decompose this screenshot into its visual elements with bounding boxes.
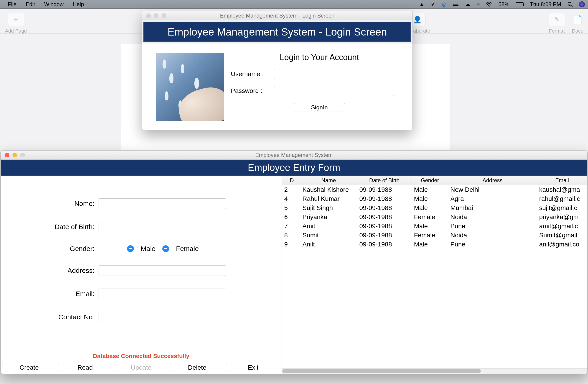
- ems-banner: Employee Entry Form: [1, 160, 587, 176]
- table-row[interactable]: 5Sujit Singh09-09-1988MaleMumbaisujit@gm…: [282, 203, 587, 212]
- shield-icon[interactable]: ✔: [428, 1, 439, 7]
- cell-gender: Male: [412, 203, 448, 212]
- cell-email: priyanka@gm: [537, 212, 587, 222]
- menu-edit[interactable]: Edit: [21, 1, 40, 7]
- email-input[interactable]: [99, 289, 226, 299]
- cell-dob: 09-09-1988: [357, 212, 412, 222]
- cell-address: Pune: [448, 240, 537, 249]
- cell-id: 6: [282, 212, 300, 222]
- cell-id: 4: [282, 194, 300, 203]
- format-label: Format: [549, 28, 565, 34]
- col-address[interactable]: Address: [448, 176, 537, 185]
- cell-email: Sumit@gmail.: [537, 231, 587, 240]
- menu-file[interactable]: File: [3, 1, 21, 7]
- name-input[interactable]: [99, 198, 226, 209]
- col-gender[interactable]: Gender: [412, 176, 448, 185]
- cell-id: 7: [282, 222, 300, 231]
- contact-input[interactable]: [99, 312, 226, 322]
- svg-point-0: [489, 6, 490, 7]
- cell-email: amit@gmail.c: [537, 222, 587, 231]
- add-page-button[interactable]: +: [8, 13, 24, 26]
- battery-icon[interactable]: [513, 2, 527, 6]
- cell-email: anil@gmail.co: [537, 240, 587, 249]
- document-label: Docu: [572, 28, 584, 34]
- cell-name: Sumit: [300, 231, 357, 240]
- cell-dob: 09-09-1988: [357, 185, 412, 195]
- cell-gender: Female: [412, 212, 448, 222]
- cell-name: Amit: [300, 222, 357, 231]
- ems-window: Employee Management System Employee Entr…: [0, 150, 588, 374]
- dob-input[interactable]: [99, 222, 226, 232]
- table-row[interactable]: 6Priyanka09-09-1988FemaleNoidapriyanka@g…: [282, 212, 587, 222]
- cell-address: Pune: [448, 222, 537, 231]
- table-row[interactable]: 7Amit09-09-1988MalePuneamit@gmail.c: [282, 222, 587, 231]
- ems-window-title: Employee Management System: [1, 152, 587, 158]
- update-button[interactable]: Update: [114, 363, 168, 372]
- cell-id: 9: [282, 240, 300, 249]
- vlc-icon[interactable]: ▲: [416, 1, 428, 7]
- exit-button[interactable]: Exit: [226, 363, 280, 372]
- email-label: Email:: [1, 290, 99, 298]
- cell-gender: Male: [412, 194, 448, 203]
- login-window: Employee Management System - Login Scree…: [142, 11, 413, 130]
- wifi-icon[interactable]: [483, 2, 495, 7]
- col-email[interactable]: Email: [537, 176, 587, 185]
- gender-label: Gender:: [1, 245, 99, 253]
- read-button[interactable]: Read: [58, 363, 112, 372]
- cell-address: New Delhi: [448, 185, 537, 195]
- cell-dob: 09-09-1988: [357, 222, 412, 231]
- cell-name: Priyanka: [300, 212, 357, 222]
- table-row[interactable]: 2Kaushal Kishore09-09-1988MaleNew Delhik…: [282, 185, 587, 195]
- table-row[interactable]: 9Anilt09-09-1988MalePuneanil@gmail.co: [282, 240, 587, 249]
- col-dob[interactable]: Date of Birth: [357, 176, 412, 185]
- female-label: Female: [176, 245, 199, 253]
- cell-id: 2: [282, 185, 300, 195]
- cell-gender: Male: [412, 240, 448, 249]
- col-name[interactable]: Name: [300, 176, 357, 185]
- bluetooth-icon[interactable]: ⌖: [474, 1, 483, 7]
- cell-gender: Female: [412, 231, 448, 240]
- teamviewer-icon[interactable]: ◎: [439, 1, 450, 7]
- address-label: Address:: [1, 267, 99, 274]
- login-banner: Employee Management System - Login Scree…: [143, 22, 411, 42]
- col-id[interactable]: ID: [282, 176, 300, 185]
- password-input[interactable]: [274, 86, 394, 96]
- cell-email: rahul@gmail.c: [537, 194, 587, 203]
- employee-table[interactable]: ID Name Date of Birth Gender Address Ema…: [282, 176, 587, 249]
- spotlight-icon[interactable]: [564, 2, 576, 7]
- table-row[interactable]: 8Sumit09-09-1988FemaleNoidaSumit@gmail.: [282, 231, 587, 240]
- cell-gender: Male: [412, 222, 448, 231]
- cell-name: Anilt: [300, 240, 357, 249]
- male-label: Male: [141, 245, 155, 253]
- cell-email: sujit@gmail.c: [537, 203, 587, 212]
- document-button[interactable]: 📄: [573, 13, 582, 26]
- docker-icon[interactable]: ▬: [450, 1, 462, 7]
- menubar-clock[interactable]: Thu 8:08 PM: [527, 1, 564, 7]
- status-message: Database Connected Successfully: [1, 352, 282, 362]
- address-input[interactable]: [99, 265, 226, 276]
- cell-dob: 09-09-1988: [357, 194, 412, 203]
- password-label: Password :: [231, 87, 274, 94]
- horizontal-scrollbar[interactable]: [282, 368, 587, 374]
- signin-button[interactable]: SignIn: [294, 103, 345, 112]
- cell-name: Rahul Kumar: [300, 194, 357, 203]
- radio-male[interactable]: [127, 245, 134, 252]
- delete-button[interactable]: Delete: [170, 363, 224, 372]
- cell-gender: Male: [412, 185, 448, 195]
- siri-icon[interactable]: [576, 1, 588, 7]
- add-page-label: Add Page: [0, 28, 32, 34]
- cell-id: 8: [282, 231, 300, 240]
- create-button[interactable]: Create: [2, 363, 56, 372]
- contact-label: Contact No:: [1, 313, 99, 321]
- name-label: Nome:: [1, 200, 99, 207]
- login-heading: Login to Your Account: [231, 53, 408, 62]
- menu-help[interactable]: Help: [68, 1, 88, 7]
- format-button[interactable]: ✎: [549, 13, 565, 26]
- cloud-icon[interactable]: ☁: [462, 1, 474, 7]
- username-input[interactable]: [274, 69, 394, 79]
- table-row[interactable]: 4Rahul Kumar09-09-1988MaleAgrarahul@gmai…: [282, 194, 587, 203]
- menu-window[interactable]: Window: [40, 1, 68, 7]
- radio-female[interactable]: [162, 245, 169, 252]
- svg-line-2: [571, 5, 572, 7]
- mac-menubar: File Edit Window Help ▲ ✔ ◎ ▬ ☁ ⌖ 58% Th…: [0, 0, 588, 9]
